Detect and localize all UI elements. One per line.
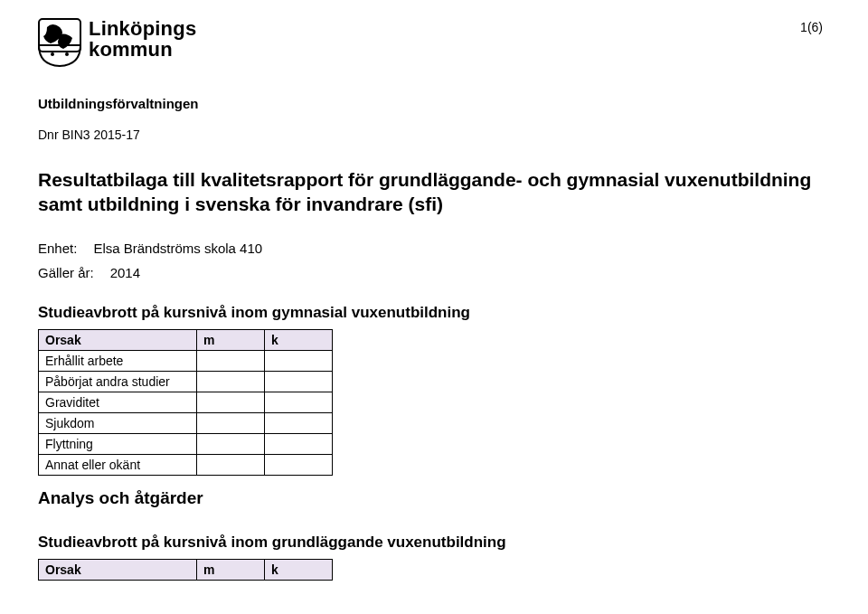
brand: Linköpings kommun: [38, 18, 196, 71]
page-title: Resultatbilaga till kvalitetsrapport för…: [38, 167, 823, 217]
cell-k: [265, 392, 333, 412]
galler-label: Gäller år:: [38, 265, 94, 280]
col-header-orsak: Orsak: [39, 559, 197, 580]
brand-sub: kommun: [89, 39, 196, 60]
table-row: Sjukdom: [39, 412, 333, 433]
table-row: Erhållit arbete: [39, 350, 333, 371]
cell-m: [197, 392, 265, 412]
cell-m: [197, 412, 265, 433]
col-header-k: k: [265, 559, 333, 580]
cell-orsak: Graviditet: [39, 392, 197, 412]
cell-k: [265, 371, 333, 392]
section2-table: Orsak m k: [38, 559, 333, 581]
svg-point-2: [65, 52, 69, 56]
col-header-m: m: [197, 559, 265, 580]
cell-m: [197, 433, 265, 454]
table-header-row: Orsak m k: [39, 559, 333, 580]
table-header-row: Orsak m k: [39, 329, 333, 350]
galler-row: Gäller år: 2014: [38, 265, 823, 280]
col-header-k: k: [265, 329, 333, 350]
cell-k: [265, 433, 333, 454]
brand-text: Linköpings kommun: [89, 18, 196, 60]
col-header-orsak: Orsak: [39, 329, 197, 350]
brand-name: Linköpings: [89, 18, 196, 39]
svg-point-1: [51, 52, 54, 56]
table-row: Flyttning: [39, 433, 333, 454]
section2-heading: Studieavbrott på kursnivå inom grundlägg…: [38, 534, 823, 552]
page-number: 1(6): [800, 20, 823, 34]
cell-orsak: Sjukdom: [39, 412, 197, 433]
table-row: Påbörjat andra studier: [39, 371, 333, 392]
enhet-value: Elsa Brändströms skola 410: [93, 241, 262, 256]
section1-heading: Studieavbrott på kursnivå inom gymnasial…: [38, 304, 823, 322]
department-label: Utbildningsförvaltningen: [38, 96, 823, 111]
cell-k: [265, 350, 333, 371]
table-row: Annat eller okänt: [39, 454, 333, 475]
section1-table: Orsak m k Erhållit arbete Påbörjat andra…: [38, 329, 333, 476]
header: Linköpings kommun 1(6): [38, 18, 823, 71]
col-header-m: m: [197, 329, 265, 350]
cell-k: [265, 412, 333, 433]
cell-k: [265, 454, 333, 475]
cell-orsak: Annat eller okänt: [39, 454, 197, 475]
cell-orsak: Flyttning: [39, 433, 197, 454]
enhet-row: Enhet: Elsa Brändströms skola 410: [38, 241, 823, 256]
table-row: Graviditet: [39, 392, 333, 412]
enhet-label: Enhet:: [38, 241, 77, 256]
document-number: Dnr BIN3 2015-17: [38, 128, 823, 142]
lion-crest-icon: [38, 18, 81, 71]
cell-orsak: Erhållit arbete: [39, 350, 197, 371]
cell-m: [197, 350, 265, 371]
galler-value: 2014: [110, 265, 140, 280]
cell-orsak: Påbörjat andra studier: [39, 371, 197, 392]
cell-m: [197, 454, 265, 475]
cell-m: [197, 371, 265, 392]
analys-heading: Analys och åtgärder: [38, 488, 823, 508]
